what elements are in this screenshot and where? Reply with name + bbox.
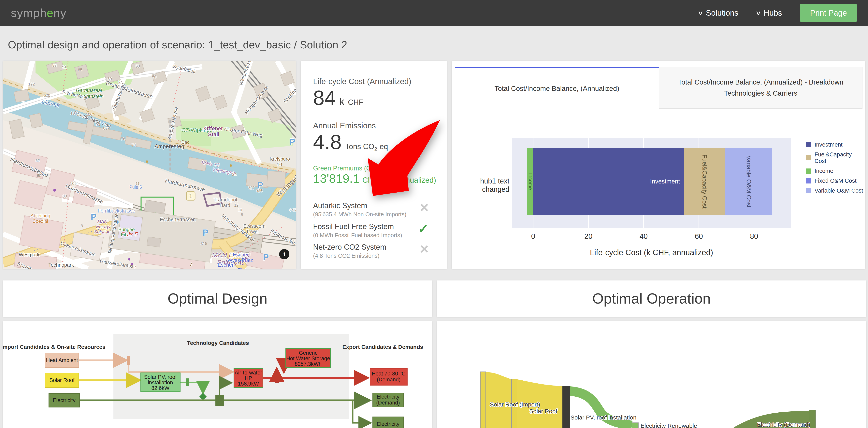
chart-x-axis-title: Life-cycle Cost (k CHF, annualized): [512, 248, 791, 257]
annual-emissions-value: 4.8: [313, 130, 342, 154]
tab-cost-breakdown[interactable]: Total Cost/Income Balance, (Annualized) …: [659, 67, 863, 109]
svg-text:8257.3kWh: 8257.3kWh: [295, 361, 322, 367]
chevron-down-icon: ∨: [755, 9, 761, 17]
sankey-label-solar-import: Solar Roof (Import): [490, 401, 540, 408]
bar-segment-investment: Investment: [533, 148, 684, 215]
hub-location-map[interactable]: PPP PPP ♪ 1 Breitensteinstrasse Gartenar…: [3, 61, 296, 268]
svg-text:50: 50: [152, 75, 156, 79]
svg-text:58: 58: [135, 64, 140, 68]
legend-swatch: [806, 142, 811, 147]
sankey-label-solar-roof: Solar Roof: [529, 408, 557, 415]
svg-text:Electricity: Electricity: [377, 394, 400, 400]
svg-text:Offener: Offener: [204, 125, 223, 132]
svg-text:Abteilung: Abteilung: [31, 213, 50, 218]
svg-text:67: 67: [118, 80, 122, 84]
svg-text:Bac: Bac: [182, 140, 189, 145]
chart-category-label: hub1 text changed: [452, 177, 509, 194]
legend-swatch: [806, 188, 811, 193]
svg-text:122: 122: [28, 82, 35, 86]
x-tick-label: 20: [584, 232, 592, 240]
cross-icon: ×: [420, 201, 429, 213]
svg-text:Förrlibuckstrasse: Förrlibuckstrasse: [98, 208, 135, 213]
x-tick-label: 0: [531, 232, 535, 240]
legend-swatch: [806, 169, 811, 174]
chart-xticks: 020406080: [512, 232, 791, 242]
top-navbar: sympheny ∨ Solutions ∨ Hubs Print Page: [0, 0, 868, 26]
svg-text:(Demand): (Demand): [376, 400, 400, 406]
sankey-node-solar-pv[interactable]: [562, 386, 570, 428]
sankey-node-electricity-renewable[interactable]: [632, 423, 639, 428]
tab-total-cost-balance[interactable]: Total Cost/Income Balance, (Annualized): [455, 67, 659, 109]
svg-text:10: 10: [277, 162, 282, 167]
svg-text:installation: installation: [148, 380, 173, 386]
import-column-header: Import Candidates & On-site Resources: [3, 344, 105, 350]
svg-text:60: 60: [37, 173, 41, 178]
bar-segment-variable-o-m-cost: Variable O&M Cost: [725, 148, 772, 215]
kpi-panel: Life-cycle Cost (Annualized) 84 k CHF An…: [301, 61, 447, 268]
svg-text:346: 346: [289, 208, 296, 212]
svg-text:Heat Ambient: Heat Ambient: [46, 357, 78, 363]
svg-text:30: 30: [63, 194, 67, 198]
svg-text:74: 74: [131, 143, 136, 147]
legend-swatch: [806, 178, 811, 183]
svg-text:Hot Water Storage: Hot Water Storage: [286, 355, 330, 362]
map-canvas: PPP PPP ♪ 1 Breitensteinstrasse Gartenar…: [3, 61, 296, 268]
legend-item-investment[interactable]: Investment: [806, 141, 865, 148]
page-title: Optimal design and operation of scenario…: [8, 38, 347, 51]
svg-text:8: 8: [241, 212, 243, 217]
cross-icon: ×: [420, 243, 429, 255]
legend-label: Fixed O&M Cost: [814, 177, 857, 184]
optimal-operation-sankey: Solar Roof (Import) Solar Roof Solar PV,…: [437, 321, 866, 428]
legend-item-fuel-capacity-cost[interactable]: Fuel&Capacity Cost: [806, 151, 865, 164]
legend-label: Fuel&Capacity Cost: [814, 151, 865, 164]
svg-text:Gartenareal: Gartenareal: [76, 87, 102, 93]
chart-legend: InvestmentFuel&Capacity CostIncomeFixed …: [806, 141, 865, 194]
svg-text:100: 100: [86, 112, 92, 117]
x-tick-label: 80: [750, 232, 758, 240]
solutions-menu-label: Solutions: [706, 8, 738, 18]
svg-text:Tramdepot: Tramdepot: [214, 197, 237, 202]
svg-text:327: 327: [248, 186, 254, 190]
svg-text:Wyss-Platz: Wyss-Platz: [223, 267, 249, 268]
print-page-button[interactable]: Print Page: [800, 4, 857, 22]
svg-text:MAN: MAN: [97, 219, 107, 224]
optimal-operation-title: Optimal Operation: [592, 290, 711, 307]
hubs-menu-label: Hubs: [764, 8, 782, 18]
annual-emissions-value-row: 4.8 Tons CO2-eq: [313, 130, 388, 154]
svg-text:Solar PV, roof: Solar PV, roof: [144, 374, 177, 380]
legend-item-variable-o-m-cost[interactable]: Variable O&M Cost: [806, 188, 865, 194]
svg-text:Technopark: Technopark: [48, 262, 74, 267]
map-attribution-info-icon[interactable]: i: [279, 249, 289, 259]
svg-text:Escherterrassen: Escherterrassen: [160, 217, 196, 222]
svg-text:1: 1: [189, 192, 192, 199]
svg-text:Electricity: Electricity: [377, 421, 400, 427]
flow-solar-import: [486, 372, 562, 428]
annual-emissions-label: Annual Emissions: [313, 121, 376, 130]
svg-text:P: P: [263, 252, 269, 262]
green-premium-value-row: 13'819.1 CHF/Ton (Annualized): [313, 171, 436, 186]
sankey-node-solar-import[interactable]: [480, 372, 486, 428]
svg-text:Hard: Hard: [220, 202, 230, 208]
svg-text:Heat 70-80 °C: Heat 70-80 °C: [372, 371, 405, 377]
svg-text:Escher-: Escher-: [233, 252, 251, 258]
svg-text:Tower: Tower: [246, 229, 259, 234]
svg-text:12: 12: [234, 203, 239, 207]
swisscom-tower-building: [147, 237, 161, 247]
hubs-menu[interactable]: ∨ Hubs: [756, 8, 782, 18]
legend-item-income[interactable]: Income: [806, 168, 865, 174]
svg-text:9: 9: [81, 224, 83, 228]
svg-text:Energy: Energy: [96, 224, 111, 229]
sympheny-logo: sympheny: [11, 6, 66, 20]
svg-text:69: 69: [107, 77, 112, 81]
svg-text:Spezial: Spezial: [33, 219, 48, 224]
svg-text:319: 319: [235, 227, 241, 231]
optimal-design-title: Optimal Design: [168, 290, 268, 307]
svg-text:93: 93: [52, 63, 57, 67]
svg-text:158.9kW: 158.9kW: [238, 381, 259, 387]
solutions-menu[interactable]: ∨ Solutions: [699, 8, 738, 18]
x-tick-label: 60: [695, 232, 703, 240]
sankey-label-electricity-demand: Electricity (Demand): [757, 421, 810, 428]
check-icon: ✓: [418, 222, 429, 235]
legend-item-fixed-o-m-cost[interactable]: Fixed O&M Cost: [806, 177, 865, 184]
svg-text:11: 11: [135, 181, 140, 186]
